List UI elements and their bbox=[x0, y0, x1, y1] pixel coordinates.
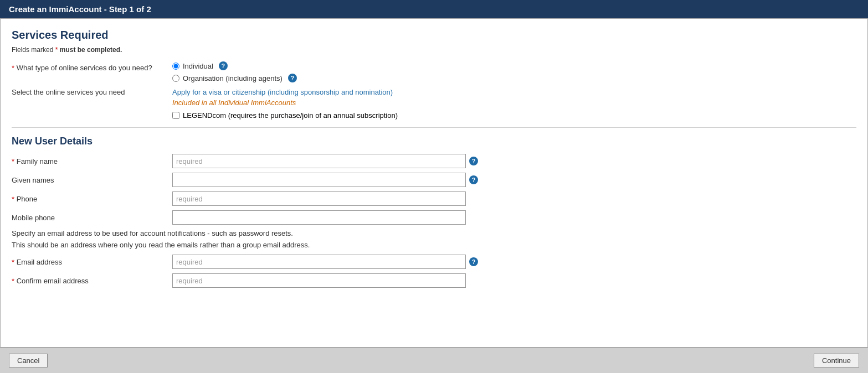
services-required-section: Services Required Fields marked * must b… bbox=[12, 29, 856, 120]
service-type-controls: Individual ? Organisation (including age… bbox=[172, 61, 297, 82]
select-services-row: Select the online services you need Appl… bbox=[12, 88, 856, 120]
services-content: Apply for a visa or citizenship (includi… bbox=[172, 88, 398, 120]
new-user-title: New User Details bbox=[12, 136, 856, 147]
individual-radio-row: Individual ? bbox=[172, 61, 297, 70]
given-names-row: Given names ? bbox=[12, 173, 856, 187]
fields-note: Fields marked * must be completed. bbox=[12, 46, 856, 54]
phone-row: * Phone bbox=[12, 191, 856, 206]
legendcom-checkbox[interactable] bbox=[172, 112, 179, 119]
cancel-button[interactable]: Cancel bbox=[9, 354, 48, 367]
legendcom-label[interactable]: LEGENDcom (requires the purchase/join of… bbox=[183, 111, 398, 120]
service-included-text: Included in all Individual ImmiAccounts bbox=[172, 99, 398, 107]
email-address-help-icon[interactable]: ? bbox=[469, 257, 478, 266]
continue-button[interactable]: Continue bbox=[814, 354, 859, 367]
confirm-email-row: * Confirm email address bbox=[12, 273, 856, 288]
apply-visa-link[interactable]: Apply for a visa or citizenship (includi… bbox=[172, 88, 398, 96]
email-address-input[interactable] bbox=[172, 255, 466, 269]
new-user-details-section: New User Details * Family name ? Given n… bbox=[12, 136, 856, 288]
services-section-title: Services Required bbox=[12, 29, 856, 42]
mobile-phone-label: Mobile phone bbox=[12, 214, 172, 222]
individual-label[interactable]: Individual bbox=[183, 62, 213, 70]
page-wrapper: Create an ImmiAccount - Step 1 of 2 Serv… bbox=[0, 0, 868, 373]
email-note-2: This should be an address where only you… bbox=[12, 241, 856, 249]
email-address-label: * Email address bbox=[12, 258, 172, 266]
page-title: Create an ImmiAccount - Step 1 of 2 bbox=[9, 4, 151, 14]
service-type-row: * What type of online services do you ne… bbox=[12, 61, 856, 82]
mobile-phone-row: Mobile phone bbox=[12, 210, 856, 225]
family-name-label: * Family name bbox=[12, 157, 172, 165]
fields-note-prefix: Fields marked bbox=[12, 46, 55, 54]
organisation-radio[interactable] bbox=[172, 75, 179, 82]
phone-label: * Phone bbox=[12, 195, 172, 203]
confirm-email-label: * Confirm email address bbox=[12, 277, 172, 285]
select-services-label: Select the online services you need bbox=[12, 88, 172, 96]
individual-help-icon[interactable]: ? bbox=[219, 61, 228, 70]
mobile-phone-input[interactable] bbox=[172, 210, 466, 225]
organisation-help-icon[interactable]: ? bbox=[288, 74, 297, 82]
legendcom-checkbox-row: LEGENDcom (requires the purchase/join of… bbox=[172, 111, 398, 120]
family-name-help-icon[interactable]: ? bbox=[469, 157, 478, 165]
confirm-email-input[interactable] bbox=[172, 273, 466, 288]
given-names-help-icon[interactable]: ? bbox=[469, 175, 478, 184]
individual-radio[interactable] bbox=[172, 63, 179, 70]
main-content: Services Required Fields marked * must b… bbox=[0, 18, 868, 348]
fields-note-suffix: must be completed. bbox=[58, 46, 122, 54]
organisation-label[interactable]: Organisation (including agents) bbox=[183, 74, 283, 82]
service-type-star: * bbox=[12, 64, 14, 72]
family-name-row: * Family name ? bbox=[12, 154, 856, 168]
email-note-1: Specify an email address to be used for … bbox=[12, 229, 856, 237]
given-names-input[interactable] bbox=[172, 173, 466, 187]
organisation-radio-row: Organisation (including agents) ? bbox=[172, 74, 297, 82]
footer-bar: Cancel Continue bbox=[0, 348, 868, 373]
service-type-label: * What type of online services do you ne… bbox=[12, 61, 172, 72]
section-divider bbox=[12, 127, 856, 128]
phone-input[interactable] bbox=[172, 191, 466, 206]
given-names-label: Given names bbox=[12, 176, 172, 184]
page-header: Create an ImmiAccount - Step 1 of 2 bbox=[0, 0, 868, 18]
family-name-input[interactable] bbox=[172, 154, 466, 168]
email-address-row: * Email address ? bbox=[12, 255, 856, 269]
